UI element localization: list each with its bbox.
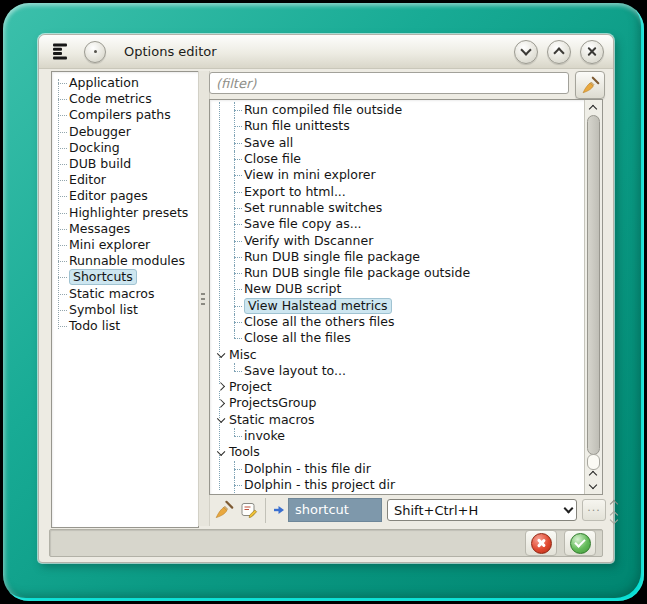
- broom-icon: [581, 76, 600, 95]
- cancel-button[interactable]: [525, 530, 557, 556]
- tree-row[interactable]: Save file copy as...: [210, 216, 584, 232]
- tree-row[interactable]: invoke: [210, 428, 584, 444]
- tree-line: [58, 302, 68, 318]
- clear-filter-button[interactable]: [575, 71, 605, 99]
- sidebar-item[interactable]: Editor pages: [52, 188, 198, 204]
- collapse-icon[interactable]: [214, 451, 227, 455]
- tree-item-label: Verify with Dscanner: [244, 234, 373, 248]
- sidebar-item[interactable]: Symbol list: [52, 302, 198, 318]
- tree-line: [58, 91, 68, 107]
- tree-row[interactable]: View Halstead metrics: [210, 298, 584, 314]
- sidebar-item[interactable]: Application: [52, 75, 198, 91]
- tree-row[interactable]: Tools: [210, 444, 584, 460]
- sidebar-item[interactable]: Static macros: [52, 285, 198, 301]
- tree-line: [58, 107, 68, 123]
- accept-button[interactable]: [564, 530, 596, 556]
- sidebar-item-label: Runnable modules: [69, 254, 185, 268]
- sidebar-item-label: Todo list: [69, 319, 120, 333]
- window-menu-button[interactable]: [84, 41, 106, 63]
- scroll-up-button-bottom[interactable]: [585, 467, 601, 480]
- titlebar[interactable]: Options editor: [39, 35, 613, 69]
- tree-row[interactable]: Save layout to...: [210, 363, 584, 379]
- close-icon: [587, 46, 598, 57]
- sidebar-item[interactable]: Editor: [52, 172, 198, 188]
- tree-line: [234, 281, 243, 297]
- sidebar-item-label: Debugger: [69, 125, 131, 139]
- sidebar-item[interactable]: Debugger: [52, 124, 198, 140]
- tree-row[interactable]: Dolphin - this file dir: [210, 461, 584, 477]
- more-options-button[interactable]: ...: [582, 499, 606, 521]
- window-title: Options editor: [124, 44, 217, 59]
- tree-row[interactable]: View in mini explorer: [210, 167, 584, 183]
- tree-row[interactable]: Set runnable switches: [210, 200, 584, 216]
- tree-row[interactable]: Close file: [210, 151, 584, 167]
- tree-row[interactable]: Static macros: [210, 412, 584, 428]
- sidebar-item[interactable]: Docking: [52, 140, 198, 156]
- collapse-icon[interactable]: [214, 353, 227, 357]
- minimize-button[interactable]: [514, 40, 538, 64]
- category-list-panel: ApplicationCode metricsCompilers pathsDe…: [51, 71, 199, 528]
- sidebar-item[interactable]: Code metrics: [52, 91, 198, 107]
- scrollbar-thumb[interactable]: [587, 115, 600, 455]
- scroll-down-button[interactable]: [585, 480, 601, 493]
- tree-line: [58, 269, 68, 285]
- tree-item-label: Close all the others files: [244, 315, 394, 329]
- tree-row[interactable]: Close all the others files: [210, 314, 584, 330]
- tree-item-label: Static macros: [229, 413, 314, 427]
- shortcuts-tree: Run compiled file outsideRun file unitte…: [210, 102, 584, 494]
- tree-row[interactable]: New DUB script: [210, 281, 584, 297]
- tree-line: [234, 265, 243, 281]
- maximize-button[interactable]: [547, 40, 571, 64]
- sidebar-item[interactable]: Highlighter presets: [52, 205, 198, 221]
- chevron-down-icon: [520, 44, 531, 55]
- sidebar-item[interactable]: Shortcuts: [52, 269, 198, 285]
- tree-line: [234, 151, 243, 167]
- tree-row[interactable]: Dolphin - this project dir: [210, 477, 584, 493]
- tree-row[interactable]: Verify with Dscanner: [210, 232, 584, 248]
- expand-icon[interactable]: [214, 401, 227, 407]
- tree-row[interactable]: Run file unittests: [210, 118, 584, 134]
- sidebar-item[interactable]: Compilers paths: [52, 107, 198, 123]
- sidebar-item-label: Compilers paths: [69, 108, 171, 122]
- property-name-cell[interactable]: shortcut: [288, 498, 382, 522]
- chevron-up-icon: [553, 47, 564, 58]
- tree-scrollbar[interactable]: [584, 100, 602, 494]
- clean-properties-button[interactable]: [214, 500, 234, 520]
- tree-item-label: Run file unittests: [244, 119, 350, 133]
- close-button[interactable]: [580, 40, 604, 64]
- footer-bar: [49, 529, 603, 557]
- sidebar-item-label: Mini explorer: [69, 238, 150, 252]
- edit-value-button[interactable]: [241, 502, 258, 519]
- combo-chevron-down-icon: [564, 504, 574, 514]
- tree-line: [234, 249, 243, 265]
- tree-line: [58, 285, 68, 301]
- dialog-window: Options editor ApplicationCode metricsCo…: [38, 34, 614, 563]
- tree-row[interactable]: Save all: [210, 135, 584, 151]
- sidebar-item-label: Editor pages: [69, 189, 148, 203]
- sidebar-item[interactable]: Messages: [52, 221, 198, 237]
- tree-row[interactable]: ProjectsGroup: [210, 395, 584, 411]
- tree-line: [234, 216, 243, 232]
- collapse-icon[interactable]: [214, 418, 227, 422]
- sidebar-item[interactable]: Mini explorer: [52, 237, 198, 253]
- shortcut-value-combobox[interactable]: Shift+Ctrl+H: [387, 499, 577, 521]
- tree-row[interactable]: Project: [210, 379, 584, 395]
- tree-line: [58, 140, 68, 156]
- tree-row[interactable]: Close all the files: [210, 330, 584, 346]
- sidebar-item-label: Editor: [69, 173, 106, 187]
- tree-row[interactable]: Misc: [210, 346, 584, 362]
- sidebar-item[interactable]: Runnable modules: [52, 253, 198, 269]
- tree-row[interactable]: Run DUB single file package outside: [210, 265, 584, 281]
- sidebar-item[interactable]: DUB build: [52, 156, 198, 172]
- expand-icon[interactable]: [214, 384, 227, 390]
- property-grid-scrollbar[interactable]: [611, 498, 617, 523]
- filter-input[interactable]: [209, 72, 569, 94]
- sidebar-item[interactable]: Todo list: [52, 318, 198, 334]
- tree-line: [234, 477, 243, 493]
- tree-line: [234, 102, 243, 118]
- scroll-up-button[interactable]: [585, 101, 601, 114]
- tree-row[interactable]: Run compiled file outside: [210, 102, 584, 118]
- tree-row[interactable]: Run DUB single file package: [210, 249, 584, 265]
- tree-row[interactable]: Export to html...: [210, 183, 584, 199]
- cancel-x-icon: [531, 533, 552, 554]
